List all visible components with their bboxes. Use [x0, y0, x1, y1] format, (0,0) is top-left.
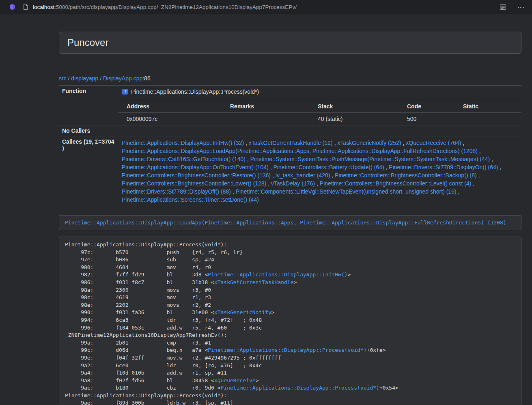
callee-link[interactable]: Pinetime::Applications::DisplayApp::OnTo…: [122, 164, 269, 170]
callee-link[interactable]: Pinetime::Controllers::BrightnessControl…: [122, 172, 271, 179]
stats-col-header: Remarks: [227, 100, 314, 113]
callee-link[interactable]: Pinetime::Applications::DisplayApp::Init…: [122, 140, 244, 146]
callee-separator: ,: [315, 180, 320, 187]
no-callers-row: No Callers: [59, 125, 521, 136]
no-callers-cell: [118, 125, 521, 136]
disassembly-symbol-link[interactable]: Pinetime::Applications::DisplayApp::Init…: [208, 271, 347, 278]
callee-separator: ,: [333, 140, 338, 146]
stats-value: [460, 113, 521, 125]
callee-separator: ,: [490, 156, 493, 162]
selected-symbol-link[interactable]: Pinetime::Applications::DisplayApp::Load…: [65, 220, 506, 226]
disassembly-symbol-link[interactable]: xTaskGetCurrentTaskHandle: [214, 279, 294, 285]
callee-link[interactable]: Pinetime::Applications::Screens::Timer::…: [122, 196, 259, 203]
callee-link[interactable]: Pinetime::Controllers::Battery::Update()…: [274, 164, 384, 170]
breadcrumb-link[interactable]: DisplayApp.cpp: [103, 75, 142, 82]
callee-separator: ,: [384, 164, 389, 170]
callee-link[interactable]: Pinetime::Controllers::BrightnessControl…: [122, 180, 266, 187]
function-table: Function f Pinetime::Applications::Displ…: [59, 85, 521, 206]
stats-value: 500: [404, 113, 460, 125]
callee-link[interactable]: Pinetime::System::SystemTask::PushMessag…: [250, 156, 490, 162]
reader-mode-icon[interactable]: [500, 4, 506, 11]
function-row: Function f Pinetime::Applications::Displ…: [59, 86, 521, 125]
callee-separator: ,: [246, 156, 250, 162]
stats-col-header: Static: [460, 100, 521, 113]
stats-value-row: 0x0000097c 40 (static)500: [118, 113, 521, 125]
callee-separator: ,: [457, 188, 460, 195]
callee-separator: ,: [266, 180, 271, 187]
callee-separator: ,: [478, 148, 481, 154]
callees-label: Callees (19, Σ=3704 ): [59, 136, 118, 207]
callee-separator: ,: [271, 172, 276, 179]
stats-col-header: Code: [404, 100, 460, 113]
disassembly-code: Pinetime::Applications::DisplayApp::Proc…: [65, 241, 515, 405]
page-title: Puncover: [67, 37, 513, 48]
stats-value: [227, 113, 314, 125]
breadcrumb-separator: /: [98, 75, 103, 82]
stats-col-header: Address: [118, 100, 227, 113]
callee-link[interactable]: xTaskGenericNotify (252): [337, 140, 401, 146]
browser-menu-icon[interactable]: ⋯: [517, 3, 525, 11]
callees-list: Pinetime::Applications::DisplayApp::Init…: [118, 136, 521, 207]
breadcrumb-link[interactable]: displayapp: [71, 75, 98, 82]
callee-link[interactable]: Pinetime::Drivers::Cst816S::GetTouchInfo…: [122, 156, 246, 162]
divider: [59, 64, 521, 64]
stats-col-header: Stack: [314, 100, 404, 113]
callee-link[interactable]: Pinetime::Applications::DisplayApp::Load…: [122, 148, 478, 154]
url-path: :5000/path/src/displayapp/DisplayApp.cpp…: [54, 4, 297, 10]
callee-link[interactable]: Pinetime::Drivers::St7789::DisplayOff() …: [122, 188, 231, 195]
disassembly-symbol-link[interactable]: Pinetime::Applications::DisplayApp::Proc…: [221, 385, 379, 391]
callee-separator: ,: [330, 172, 335, 179]
callee-link[interactable]: Pinetime::Controllers::BrightnessControl…: [320, 180, 471, 187]
page-content: Puncover src / displayapp / DisplayApp.c…: [59, 32, 521, 405]
breadcrumb-link[interactable]: src: [59, 75, 67, 82]
stats-header-row: AddressRemarksStackCodeStatic: [118, 100, 521, 113]
function-name: Pinetime::Applications::DisplayApp::Proc…: [131, 88, 259, 95]
function-icon: f: [122, 88, 128, 95]
callee-link[interactable]: lv_task_handler (420): [276, 172, 330, 179]
breadcrumb-line-number: :86: [142, 75, 150, 82]
callee-link[interactable]: xTaskGetCurrentTaskHandle (12): [249, 140, 333, 146]
browser-toolbar: localhost:5000/path/src/displayapp/Displ…: [0, 0, 532, 14]
site-info-icon[interactable]: [23, 4, 28, 10]
selected-symbol-panel: Pinetime::Applications::DisplayApp::Load…: [59, 215, 521, 230]
function-row-label: Function: [59, 86, 118, 125]
disassembly-symbol-link[interactable]: Pinetime::Applications::DisplayApp::Proc…: [208, 347, 366, 353]
callee-link[interactable]: xQueueReceive (764): [406, 140, 461, 146]
callee-separator: ,: [231, 188, 236, 195]
callee-separator: ,: [244, 140, 249, 146]
disassembly-symbol-link[interactable]: xTaskGenericNotify: [214, 309, 271, 315]
callee-separator: ,: [477, 172, 480, 179]
url-bar[interactable]: localhost:5000/path/src/displayapp/Displ…: [33, 4, 500, 10]
url-host: localhost: [33, 4, 54, 10]
callees-row: Callees (19, Σ=3704 ) Pinetime::Applicat…: [59, 136, 521, 207]
callee-link[interactable]: vTaskDelay (176): [271, 180, 315, 187]
breadcrumb: src / displayapp / DisplayApp.cpp:86: [59, 75, 521, 82]
callee-separator: ,: [269, 164, 274, 170]
stats-value: 0x0000097c: [118, 113, 227, 125]
disassembly-symbol-link[interactable]: xQueueReceive: [214, 377, 256, 383]
callee-link[interactable]: Pinetime::Components::LittleVgl::SetNewT…: [236, 188, 457, 195]
callee-separator: ,: [461, 140, 464, 146]
callee-separator: ,: [471, 180, 474, 187]
stats-value: 40 (static): [314, 113, 404, 125]
breadcrumb-separator: /: [67, 75, 71, 82]
callee-link[interactable]: Pinetime::Drivers::St7789::DisplayOn() (…: [389, 164, 498, 170]
app-header: Puncover: [59, 32, 521, 54]
disassembly-panel: Pinetime::Applications::DisplayApp::Proc…: [59, 237, 521, 405]
callee-separator: ,: [401, 140, 406, 146]
tracking-shield-icon[interactable]: [9, 3, 16, 11]
callee-link[interactable]: Pinetime::Controllers::BrightnessControl…: [335, 172, 476, 179]
callee-separator: ,: [498, 164, 502, 170]
no-callers-label: No Callers: [59, 125, 118, 136]
function-stats-table: AddressRemarksStackCodeStatic 0x0000097c…: [118, 100, 521, 125]
